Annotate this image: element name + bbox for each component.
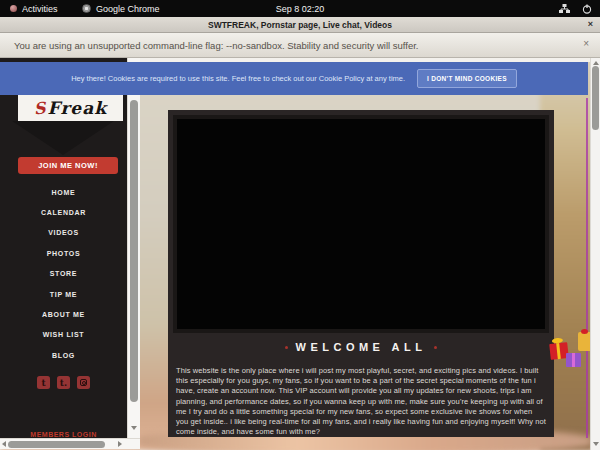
activities-icon (10, 5, 17, 12)
sidebar: S Freak JOIN ME NOW! HOME CALENDAR VIDEO… (0, 58, 127, 438)
sidebar-item-wish-list[interactable]: WISH LIST (0, 325, 127, 345)
network-icon[interactable] (559, 4, 570, 14)
gift-purple-icon (566, 353, 581, 367)
window-title: SWTFREAK, Pornstar page, Live chat, Vide… (208, 20, 392, 30)
members-login-link[interactable]: MEMBERS LOGIN (30, 431, 96, 438)
sidebar-item-tip-me[interactable]: TIP ME (0, 284, 127, 304)
twitter-icon[interactable]: t (37, 376, 50, 389)
instagram-camera-glyph (80, 379, 87, 386)
infobar-close-icon[interactable]: × (583, 38, 589, 49)
system-tray (559, 0, 592, 17)
welcome-heading-row: WELCOME ALL (168, 341, 554, 353)
welcome-heading: WELCOME ALL (296, 341, 427, 353)
sidebar-chevron-decoration (12, 121, 114, 155)
main-content-panel: WELCOME ALL This website is the only pla… (168, 110, 554, 437)
instagram-icon[interactable] (77, 376, 90, 389)
cookie-accept-button[interactable]: I DON'T MIND COOKIES (417, 69, 517, 88)
heading-bullet-icon (434, 346, 437, 349)
sidebar-vertical-scroll-thumb[interactable] (130, 100, 138, 402)
heading-bullet-icon (285, 346, 288, 349)
chrome-infobar: You are using an unsupported command-lin… (0, 33, 600, 58)
cookie-message: Hey there! Cookies are required to use t… (71, 74, 405, 83)
desktop-screen: Activities Google Chrome Sep 8 02:20 SWT… (0, 0, 600, 450)
sidebar-horizontal-scroll-thumb[interactable] (8, 441, 105, 448)
page-vertical-scrollbar[interactable] (590, 58, 600, 450)
welcome-paragraph: This website is the only place where i w… (176, 366, 546, 437)
site-logo-prefix: S (33, 98, 46, 118)
app-menu-label: Google Chrome (96, 4, 160, 14)
chrome-icon (82, 4, 91, 13)
sidebar-item-about-me[interactable]: ABOUT ME (0, 304, 127, 324)
sidebar-scroll-right-arrow-icon[interactable] (118, 441, 122, 447)
sidebar-item-videos[interactable]: VIDEOS (0, 223, 127, 243)
sidebar-item-photos[interactable]: PHOTOS (0, 243, 127, 263)
infobar-message: You are using an unsupported command-lin… (14, 40, 419, 51)
app-menu-google-chrome[interactable]: Google Chrome (82, 0, 160, 17)
page-scroll-thumb[interactable] (592, 66, 599, 130)
tumblr-icon[interactable]: t. (57, 376, 70, 389)
activities-label: Activities (22, 4, 58, 14)
system-top-bar: Activities Google Chrome Sep 8 02:20 (0, 0, 600, 17)
sidebar-scroll-left-arrow-icon[interactable] (2, 441, 6, 447)
cookie-banner: Hey there! Cookies are required to use t… (0, 62, 588, 95)
window-close-icon[interactable]: × (588, 19, 593, 29)
page-scroll-up-arrow-icon[interactable] (593, 61, 599, 65)
sidebar-scroll-down-arrow-icon[interactable] (131, 426, 137, 430)
sidebar-item-blog[interactable]: BLOG (0, 345, 127, 365)
sidebar-menu: HOME CALENDAR VIDEOS PHOTOS STORE TIP ME… (0, 182, 127, 366)
sidebar-item-calendar[interactable]: CALENDAR (0, 202, 127, 222)
page-viewport: S Freak JOIN ME NOW! HOME CALENDAR VIDEO… (0, 58, 600, 450)
window-title-bar: SWTFREAK, Pornstar page, Live chat, Vide… (0, 17, 600, 33)
page-scroll-down-arrow-icon[interactable] (593, 442, 599, 446)
clock-label: Sep 8 02:20 (276, 4, 325, 14)
sidebar-item-home[interactable]: HOME (0, 182, 127, 202)
social-links: t t. (0, 376, 127, 389)
clock[interactable]: Sep 8 02:20 (276, 0, 325, 17)
sidebar-item-store[interactable]: STORE (0, 264, 127, 284)
page-accent-line (586, 98, 588, 438)
sidebar-vertical-scrollbar[interactable] (127, 58, 140, 438)
site-logo-text: Freak (48, 98, 107, 118)
gifts-widget[interactable] (549, 332, 591, 382)
activities-button[interactable]: Activities (10, 0, 58, 17)
power-icon[interactable] (582, 4, 592, 14)
join-me-now-button[interactable]: JOIN ME NOW! (18, 157, 118, 174)
sidebar-horizontal-scrollbar[interactable] (0, 438, 140, 449)
video-player[interactable] (173, 115, 549, 333)
